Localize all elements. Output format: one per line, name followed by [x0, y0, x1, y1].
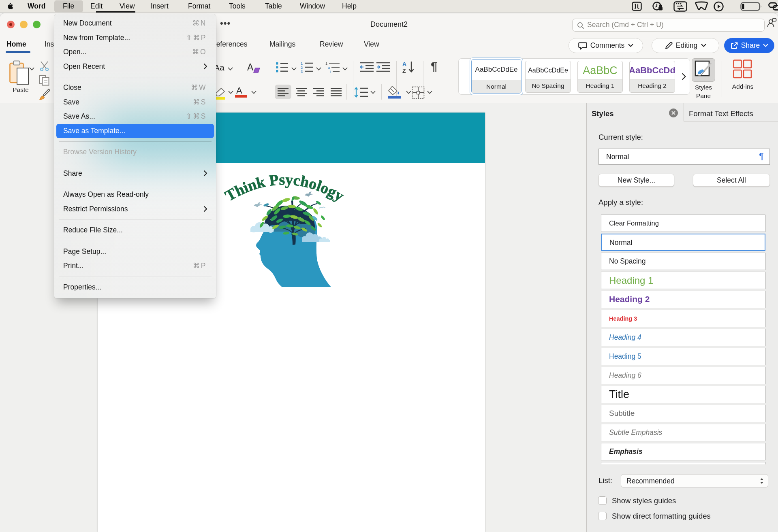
svg-text:A: A [402, 61, 406, 67]
svg-text:i: i [330, 69, 331, 73]
svg-text:3: 3 [301, 69, 303, 74]
svg-text:Z: Z [402, 68, 406, 74]
svg-text:1: 1 [325, 61, 327, 66]
